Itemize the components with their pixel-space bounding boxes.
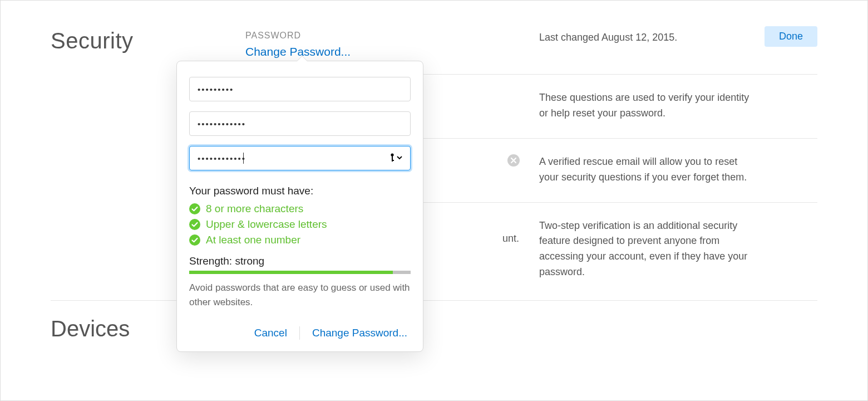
- rescue-email-info: A verified rescue email will allow you t…: [539, 154, 817, 185]
- requirement-item: At least one number: [189, 234, 411, 246]
- section-title-devices: Devices: [51, 300, 817, 341]
- current-password-input[interactable]: [189, 77, 411, 101]
- strength-bar: [189, 271, 411, 274]
- popover-arrow-icon: [297, 56, 308, 61]
- svg-point-4: [189, 203, 200, 214]
- svg-point-6: [189, 234, 200, 246]
- svg-rect-3: [392, 160, 394, 161]
- security-questions-info: These questions are used to verify your …: [539, 90, 817, 121]
- section-title-security: Security: [51, 23, 245, 53]
- password-hint: Avoid passwords that are easy to guess o…: [189, 281, 411, 317]
- key-icon[interactable]: [389, 152, 403, 163]
- new-password-input[interactable]: [189, 111, 411, 136]
- divider: [299, 326, 300, 340]
- requirement-text: Upper & lowercase letters: [206, 218, 327, 231]
- done-button[interactable]: Done: [765, 26, 817, 47]
- requirement-text: At least one number: [206, 234, 300, 246]
- svg-point-5: [189, 219, 200, 230]
- partial-text: unt.: [502, 233, 519, 244]
- strength-label: Strength: strong: [189, 255, 411, 267]
- check-icon: [189, 234, 200, 246]
- requirement-item: 8 or more characters: [189, 203, 411, 215]
- requirement-item: Upper & lowercase letters: [189, 218, 411, 231]
- two-step-info: Two-step verification is an additional s…: [539, 218, 817, 281]
- requirements-heading: Your password must have:: [189, 185, 411, 197]
- change-password-link[interactable]: Change Password...: [245, 45, 539, 58]
- cancel-button[interactable]: Cancel: [250, 325, 292, 341]
- password-label: PASSWORD: [245, 31, 539, 41]
- strength-fill: [189, 271, 393, 274]
- requirements-list: 8 or more characters Upper & lowercase l…: [189, 203, 411, 246]
- check-icon: [189, 203, 200, 214]
- requirement-text: 8 or more characters: [206, 203, 303, 215]
- text-cursor: [243, 153, 244, 164]
- check-icon: [189, 219, 200, 230]
- confirm-password-input[interactable]: [189, 146, 411, 170]
- clear-icon[interactable]: [507, 154, 520, 167]
- change-password-popover: Your password must have: 8 or more chara…: [176, 61, 423, 352]
- change-password-button[interactable]: Change Password...: [308, 325, 412, 341]
